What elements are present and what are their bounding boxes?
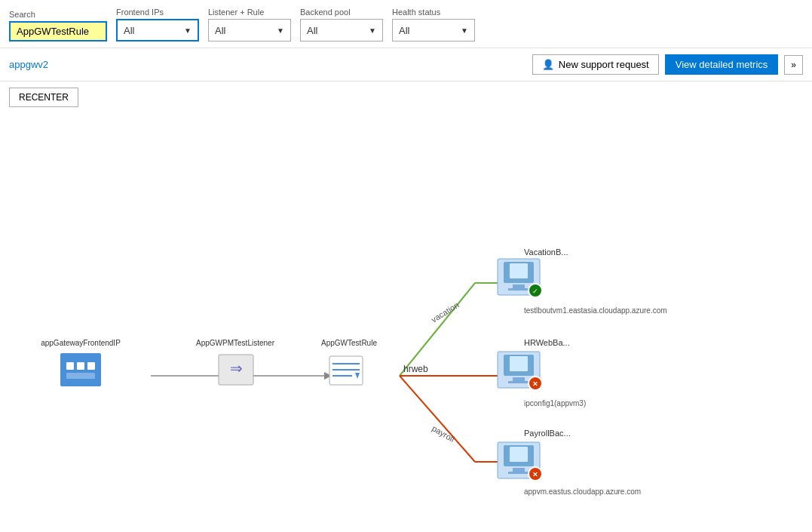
- health-select[interactable]: All ▼: [392, 19, 475, 42]
- payroll-backend-node[interactable]: ✕: [498, 442, 542, 481]
- svg-text:ipconfig1(appvm3): ipconfig1(appvm3): [524, 399, 586, 407]
- expand-button[interactable]: »: [784, 55, 803, 75]
- svg-rect-24: [66, 373, 95, 379]
- frontend-value: All: [124, 25, 134, 36]
- vacation-backend-node[interactable]: ✓: [498, 259, 542, 297]
- frontend-node[interactable]: [60, 353, 101, 386]
- diagram-svg: vacation payroll hrweb appGatewayFronten…: [0, 113, 812, 532]
- metrics-label: View detailed metrics: [676, 59, 768, 70]
- search-group: Search: [9, 10, 107, 42]
- diagram-canvas: vacation payroll hrweb appGatewayFronten…: [0, 113, 812, 532]
- toolbar: appgwv2 👤 New support request View detai…: [0, 48, 812, 81]
- svg-rect-50: [508, 472, 529, 474]
- svg-text:⇒: ⇒: [230, 360, 243, 377]
- svg-rect-36: [508, 288, 529, 291]
- backend-select[interactable]: All ▼: [300, 19, 383, 42]
- svg-rect-22: [77, 362, 84, 370]
- svg-rect-48: [510, 447, 528, 462]
- listener-value: All: [215, 25, 225, 36]
- svg-text:hrweb: hrweb: [403, 364, 428, 374]
- listener-select[interactable]: All ▼: [208, 19, 291, 42]
- svg-text:HRWebBa...: HRWebBa...: [524, 338, 570, 347]
- svg-rect-35: [513, 284, 525, 288]
- recenter-label: RECENTER: [19, 92, 69, 103]
- health-value: All: [399, 25, 409, 36]
- svg-text:PayrollBac...: PayrollBac...: [524, 429, 571, 438]
- svg-text:AppGWPMTestListener: AppGWPMTestListener: [196, 339, 275, 347]
- svg-rect-21: [66, 362, 74, 370]
- listener-group: Listener + Rule All ▼: [208, 8, 291, 42]
- backend-label: Backend pool: [300, 8, 383, 17]
- frontend-group: Frontend IPs All ▼: [116, 8, 199, 42]
- toolbar-right: 👤 New support request View detailed metr…: [532, 54, 803, 75]
- svg-text:VacationB...: VacationB...: [524, 248, 568, 257]
- svg-rect-42: [513, 377, 525, 381]
- svg-line-6: [400, 376, 475, 462]
- health-chevron-icon: ▼: [461, 26, 468, 35]
- svg-rect-23: [87, 362, 95, 370]
- svg-text:appvm.eastus.cloudapp.azure.co: appvm.eastus.cloudapp.azure.com: [524, 487, 641, 496]
- double-chevron-icon: »: [791, 60, 796, 70]
- svg-text:✕: ✕: [532, 380, 538, 388]
- svg-text:testlboutvm1.eastasia.cloudapp: testlboutvm1.eastasia.cloudapp.azure.com: [524, 306, 667, 315]
- filter-bar: Search Frontend IPs All ▼ Listener + Rul…: [0, 0, 812, 48]
- svg-rect-41: [510, 356, 528, 371]
- frontend-label: Frontend IPs: [116, 8, 199, 17]
- hrweb-backend-node[interactable]: ✕: [498, 352, 542, 390]
- backend-chevron-icon: ▼: [369, 26, 376, 35]
- toolbar-left: appgwv2: [9, 59, 48, 70]
- rule-node[interactable]: [329, 356, 363, 385]
- svg-text:AppGWTestRule: AppGWTestRule: [321, 339, 377, 347]
- backend-value: All: [307, 25, 317, 36]
- support-label: New support request: [559, 59, 649, 70]
- metrics-button[interactable]: View detailed metrics: [665, 54, 779, 75]
- health-group: Health status All ▼: [392, 8, 475, 42]
- breadcrumb-link[interactable]: appgwv2: [9, 59, 48, 70]
- listener-label: Listener + Rule: [208, 8, 291, 17]
- svg-rect-43: [508, 381, 529, 383]
- recenter-button[interactable]: RECENTER: [9, 88, 78, 107]
- search-input[interactable]: [9, 21, 107, 42]
- svg-line-3: [400, 283, 475, 376]
- routing-node[interactable]: ⇒: [219, 355, 253, 385]
- support-button[interactable]: 👤 New support request: [532, 54, 659, 75]
- svg-text:appGatewayFrontendIP: appGatewayFrontendIP: [41, 339, 121, 347]
- listener-chevron-icon: ▼: [277, 26, 284, 35]
- health-label: Health status: [392, 8, 475, 17]
- person-icon: 👤: [542, 59, 554, 70]
- backend-group: Backend pool All ▼: [300, 8, 383, 42]
- frontend-chevron-icon: ▼: [184, 26, 192, 35]
- search-label: Search: [9, 10, 107, 19]
- svg-rect-49: [513, 468, 525, 472]
- svg-text:✓: ✓: [532, 288, 538, 295]
- svg-rect-34: [510, 263, 528, 278]
- svg-text:✕: ✕: [532, 471, 538, 478]
- frontend-select[interactable]: All ▼: [116, 19, 199, 42]
